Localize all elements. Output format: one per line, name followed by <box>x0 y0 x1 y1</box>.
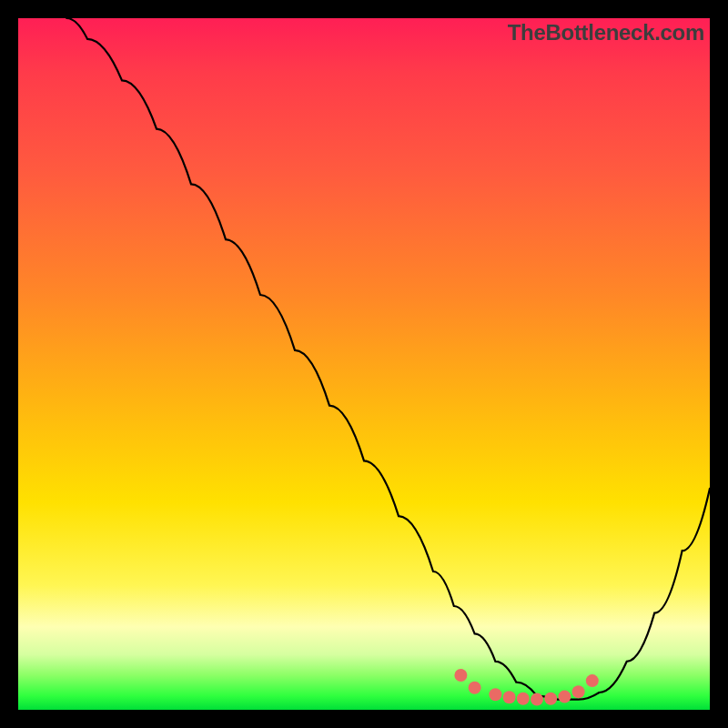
marker-dot <box>503 691 516 703</box>
marker-dot <box>544 693 557 705</box>
watermark-text: TheBottleneck.com <box>508 20 704 46</box>
curve-path <box>66 18 710 700</box>
marker-dot <box>531 693 543 706</box>
marker-dot <box>469 682 481 694</box>
chart-frame: TheBottleneck.com <box>18 18 710 710</box>
marker-dot <box>558 691 571 703</box>
marker-dot <box>489 688 501 701</box>
marker-dot <box>572 685 585 698</box>
marker-dot <box>586 674 599 687</box>
marker-dot <box>454 669 467 682</box>
chart-plot <box>18 18 710 710</box>
marker-dot <box>517 693 530 705</box>
